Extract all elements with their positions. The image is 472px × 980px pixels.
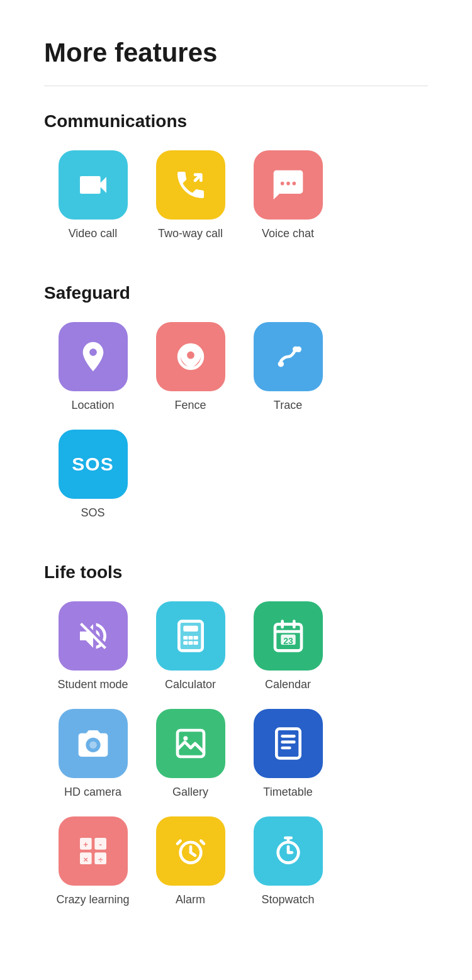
stopwatch-icon bbox=[271, 833, 306, 869]
safeguard-grid: Location Fence bbox=[44, 322, 428, 531]
list-item[interactable]: Timetable bbox=[239, 709, 337, 799]
location-icon-box[interactable] bbox=[59, 322, 128, 391]
list-item[interactable]: Voice chat bbox=[239, 150, 337, 240]
fence-label: Fence bbox=[174, 399, 206, 412]
svg-point-22 bbox=[183, 736, 188, 740]
list-item[interactable]: 23 Calendar bbox=[239, 601, 337, 691]
timetable-label: Timetable bbox=[263, 786, 312, 799]
calendar-icon: 23 bbox=[271, 618, 306, 654]
two-way-call-icon-box[interactable] bbox=[156, 150, 225, 220]
calculator-icon-box[interactable] bbox=[156, 601, 225, 671]
communications-grid: Video call Two-way call bbox=[44, 150, 428, 252]
voice-chat-label: Voice chat bbox=[262, 227, 314, 240]
student-mode-label: Student mode bbox=[57, 678, 128, 691]
svg-rect-12 bbox=[188, 641, 193, 645]
list-item[interactable]: HD camera bbox=[44, 709, 142, 799]
life-tools-grid: Student mode Calcula bbox=[44, 601, 428, 918]
sos-icon-box[interactable]: SOS bbox=[59, 430, 128, 499]
fence-icon bbox=[173, 339, 208, 374]
list-item[interactable]: SOS SOS bbox=[44, 430, 142, 520]
list-item[interactable]: Video call bbox=[44, 150, 142, 240]
location-label: Location bbox=[71, 399, 114, 412]
section-title-safeguard: Safeguard bbox=[44, 283, 428, 303]
student-mode-icon-box[interactable] bbox=[59, 601, 128, 671]
list-item[interactable]: Two-way call bbox=[142, 150, 239, 240]
svg-point-20 bbox=[89, 742, 97, 749]
list-item[interactable]: + - × ÷ Crazy learning bbox=[44, 816, 142, 906]
svg-text:-: - bbox=[99, 840, 101, 849]
list-item[interactable]: Fence bbox=[142, 322, 239, 412]
video-call-icon-box[interactable] bbox=[59, 150, 128, 220]
svg-rect-11 bbox=[183, 641, 188, 645]
svg-rect-13 bbox=[193, 641, 198, 645]
svg-point-1 bbox=[286, 182, 290, 186]
svg-text:÷: ÷ bbox=[98, 855, 103, 864]
svg-point-0 bbox=[280, 182, 284, 186]
hd-camera-icon-box[interactable] bbox=[59, 709, 128, 778]
svg-line-37 bbox=[191, 852, 195, 855]
list-item[interactable]: Alarm bbox=[142, 816, 239, 906]
crazy-learning-icon-box[interactable]: + - × ÷ bbox=[59, 816, 128, 886]
svg-text:×: × bbox=[83, 855, 88, 864]
page: More features Communications Video call bbox=[0, 0, 472, 980]
camera-icon bbox=[76, 726, 111, 761]
calculator-label: Calculator bbox=[165, 678, 216, 691]
phone-icon bbox=[173, 167, 208, 203]
list-item[interactable]: Location bbox=[44, 322, 142, 412]
sos-text: SOS bbox=[72, 454, 113, 475]
two-way-call-label: Two-way call bbox=[158, 227, 223, 240]
divider bbox=[44, 86, 428, 86]
svg-rect-8 bbox=[183, 636, 188, 640]
calendar-label: Calendar bbox=[265, 678, 311, 691]
list-item[interactable]: Stopwatch bbox=[239, 816, 337, 906]
svg-rect-10 bbox=[193, 636, 198, 640]
svg-rect-7 bbox=[183, 626, 198, 632]
section-life-tools: Life tools Student mode bbox=[44, 562, 428, 918]
gallery-icon bbox=[173, 726, 208, 761]
trace-label: Trace bbox=[274, 399, 302, 412]
section-title-communications: Communications bbox=[44, 111, 428, 131]
list-item[interactable]: Calculator bbox=[142, 601, 239, 691]
location-pin-icon bbox=[76, 339, 111, 374]
calculator-icon bbox=[173, 618, 208, 654]
section-communications: Communications Video call Two-way cal bbox=[44, 111, 428, 252]
video-call-label: Video call bbox=[69, 227, 118, 240]
crazy-learning-label: Crazy learning bbox=[56, 893, 129, 906]
gallery-icon-box[interactable] bbox=[156, 709, 225, 778]
fence-icon-box[interactable] bbox=[156, 322, 225, 391]
gallery-label: Gallery bbox=[172, 786, 208, 799]
section-safeguard: Safeguard Location Fence bbox=[44, 283, 428, 531]
stopwatch-icon-box[interactable] bbox=[254, 816, 323, 886]
learning-icon: + - × ÷ bbox=[76, 833, 111, 869]
svg-text:+: + bbox=[83, 840, 88, 849]
video-icon bbox=[76, 167, 111, 203]
alarm-icon-box[interactable] bbox=[156, 816, 225, 886]
svg-text:23: 23 bbox=[283, 636, 293, 646]
timetable-icon-box[interactable] bbox=[254, 709, 323, 778]
alarm-label: Alarm bbox=[176, 893, 205, 906]
timetable-icon bbox=[271, 726, 306, 761]
stopwatch-label: Stopwatch bbox=[261, 893, 314, 906]
alarm-icon bbox=[173, 833, 208, 869]
list-item[interactable]: Student mode bbox=[44, 601, 142, 691]
list-item[interactable]: Gallery bbox=[142, 709, 239, 799]
student-mode-icon bbox=[76, 618, 111, 654]
trace-icon-box[interactable] bbox=[254, 322, 323, 391]
voice-chat-icon-box[interactable] bbox=[254, 150, 323, 220]
svg-rect-9 bbox=[188, 636, 193, 640]
chat-icon bbox=[271, 167, 306, 203]
list-item[interactable]: Trace bbox=[239, 322, 337, 412]
hd-camera-label: HD camera bbox=[64, 786, 121, 799]
section-title-life-tools: Life tools bbox=[44, 562, 428, 582]
calendar-icon-box[interactable]: 23 bbox=[254, 601, 323, 671]
trace-icon bbox=[271, 339, 306, 374]
svg-point-4 bbox=[295, 347, 301, 352]
svg-point-2 bbox=[292, 182, 296, 186]
sos-label: SOS bbox=[81, 506, 104, 520]
page-title: More features bbox=[44, 38, 428, 68]
